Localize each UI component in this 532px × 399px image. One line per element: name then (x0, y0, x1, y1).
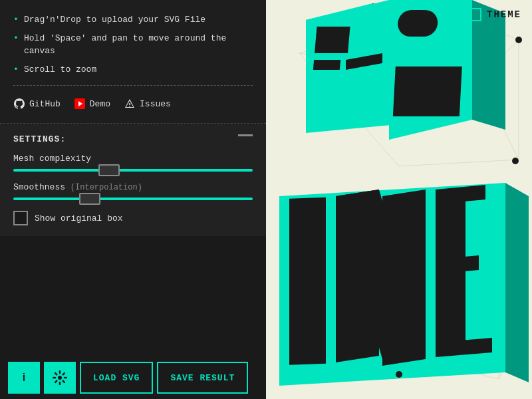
issues-label: Issues (140, 99, 171, 109)
smoothness-thumb[interactable] (79, 193, 100, 205)
svg-rect-38 (289, 198, 326, 365)
bullet-item-1: Drag'n'Drop to upload your SVG File (13, 11, 253, 29)
divider (13, 85, 253, 86)
github-link[interactable]: GitHub (13, 98, 61, 110)
svg-rect-25 (396, 40, 430, 60)
mesh-complexity-thumb[interactable] (98, 164, 120, 176)
left-panel: Drag'n'Drop to upload your SVG File Hold… (0, 0, 266, 399)
demo-label: Demo (90, 99, 110, 109)
issues-link[interactable]: Issues (124, 98, 171, 110)
smoothness-slider[interactable] (13, 198, 253, 200)
mesh-complexity-label: Mesh complexity (13, 154, 253, 164)
svg-rect-20 (313, 60, 340, 70)
info-section: Drag'n'Drop to upload your SVG File Hold… (0, 0, 266, 124)
svg-point-13 (515, 37, 522, 43)
demo-link[interactable]: Demo (74, 98, 110, 110)
show-original-box-row: Show original box (13, 211, 253, 225)
settings-button[interactable] (44, 362, 76, 394)
svg-point-2 (58, 376, 62, 380)
canvas-svg (266, 0, 532, 399)
settings-section: SETTINGS: Mesh complexity Smoothness (In… (0, 124, 266, 236)
svg-marker-41 (382, 190, 426, 366)
show-original-box-label: Show original box (35, 213, 123, 223)
bullet-list: Drag'n'Drop to upload your SVG File Hold… (13, 11, 253, 78)
minimize-button[interactable] (238, 134, 253, 136)
mesh-complexity-row: Mesh complexity (13, 154, 253, 172)
svg-rect-26 (393, 66, 462, 116)
svg-rect-19 (315, 27, 350, 53)
theme-button[interactable]: THEME (463, 8, 521, 21)
svg-rect-24 (397, 10, 438, 37)
svg-point-46 (396, 371, 402, 378)
save-result-button[interactable]: SAVE RESULT (157, 362, 248, 394)
smoothness-row: Smoothness (Interpolation) (13, 182, 253, 200)
show-original-box-checkbox[interactable] (13, 211, 28, 225)
mesh-complexity-slider[interactable] (13, 169, 253, 172)
bullet-item-3: Scroll to zoom (13, 61, 253, 79)
warning-icon (124, 98, 136, 110)
info-button[interactable]: i (8, 362, 40, 394)
theme-icon (463, 8, 481, 21)
settings-title: SETTINGS: (13, 134, 253, 144)
theme-label: THEME (487, 9, 521, 20)
load-svg-button[interactable]: LOAD SVG (80, 362, 153, 394)
canvas-area[interactable]: THEME (266, 0, 532, 399)
svg-rect-43 (436, 198, 466, 352)
links-row: GitHub Demo Issues (13, 92, 253, 112)
svg-marker-37 (505, 183, 529, 382)
smoothness-label: Smoothness (Interpolation) (13, 182, 253, 192)
play-icon (74, 98, 86, 110)
github-icon (13, 98, 25, 110)
bullet-item-2: Hold 'Space' and pan to move around the … (13, 29, 253, 61)
github-label: GitHub (29, 99, 61, 109)
bottom-toolbar: i LOAD SVG SAVE RESULT (0, 356, 266, 399)
svg-point-14 (512, 158, 519, 164)
